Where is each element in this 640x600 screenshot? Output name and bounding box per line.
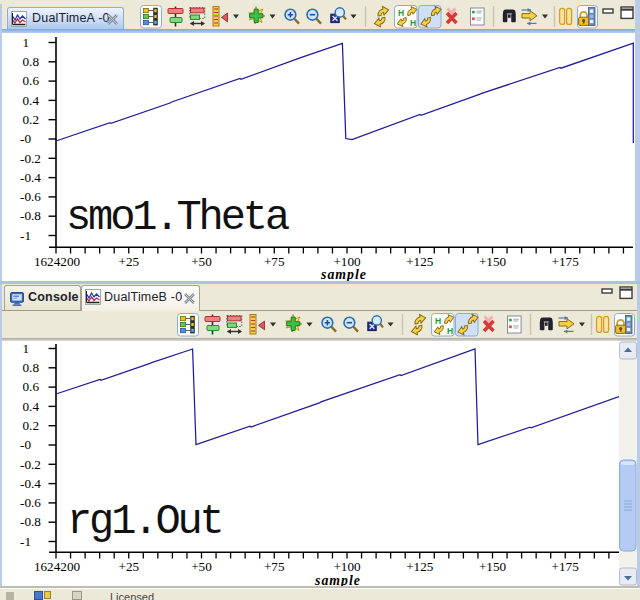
svg-text:H: H [410, 18, 416, 28]
svg-text:+175: +175 [552, 559, 580, 574]
svg-text:+150: +150 [479, 559, 507, 574]
svg-text:0.8: 0.8 [23, 54, 40, 69]
svg-text:0.6: 0.6 [23, 379, 40, 394]
svg-text:-0.4: -0.4 [20, 170, 41, 185]
svg-text:-1: -1 [20, 534, 31, 549]
svg-text:-0.8: -0.8 [20, 514, 41, 529]
svg-text:-0.2: -0.2 [20, 457, 41, 472]
svg-text:-0.6: -0.6 [20, 495, 41, 510]
svg-text:+25: +25 [118, 254, 139, 269]
svg-text:0.6: 0.6 [23, 73, 40, 88]
svg-text:-1: -1 [20, 228, 31, 243]
svg-text:sample: sample [314, 573, 361, 586]
svg-text:-0.4: -0.4 [20, 476, 41, 491]
svg-text:-0: -0 [20, 437, 31, 452]
svg-text:+125: +125 [406, 254, 434, 269]
svg-text:smo1.Theta: smo1.Theta [66, 194, 289, 242]
svg-text:1624200: 1624200 [34, 254, 81, 269]
svg-text:+75: +75 [264, 254, 285, 269]
svg-text:-0: -0 [20, 131, 31, 146]
svg-text:-0.8: -0.8 [20, 208, 41, 223]
svg-text:H: H [447, 326, 453, 336]
svg-text:0.4: 0.4 [23, 399, 40, 414]
svg-text:-0.2: -0.2 [20, 151, 41, 166]
svg-text:H: H [435, 316, 441, 326]
svg-text:1624200: 1624200 [34, 559, 81, 574]
svg-text:+75: +75 [264, 559, 285, 574]
svg-text:+150: +150 [479, 254, 507, 269]
svg-text:+50: +50 [191, 559, 212, 574]
svg-text:0.8: 0.8 [23, 360, 40, 375]
svg-text:+25: +25 [118, 559, 139, 574]
svg-text:1: 1 [23, 341, 30, 356]
svg-text:0.4: 0.4 [23, 93, 40, 108]
svg-text:+175: +175 [552, 254, 580, 269]
svg-text:rg1.Out: rg1.Out [67, 498, 222, 546]
svg-text:1: 1 [23, 35, 30, 50]
svg-text:+50: +50 [191, 254, 212, 269]
svg-text:+100: +100 [333, 559, 361, 574]
svg-text:H: H [398, 8, 404, 18]
svg-text:sample: sample [320, 267, 367, 281]
svg-text:+125: +125 [406, 559, 434, 574]
svg-text:-0.6: -0.6 [20, 189, 41, 204]
svg-text:0.2: 0.2 [23, 112, 39, 127]
svg-text:0.2: 0.2 [23, 418, 39, 433]
